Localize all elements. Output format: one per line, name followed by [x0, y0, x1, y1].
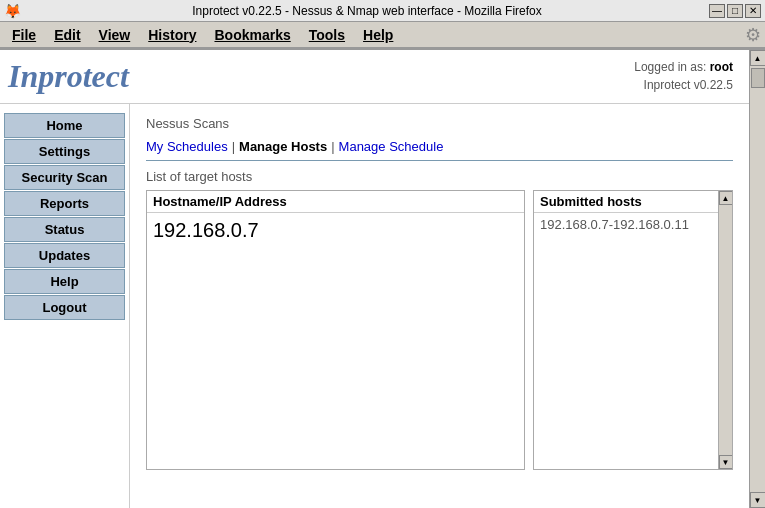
main-content: Nessus Scans My Schedules | Manage Hosts…: [130, 104, 749, 508]
submitted-inner: Submitted hosts 192.168.0.7-192.168.0.11…: [534, 191, 732, 469]
main-scrollbar: ▲ ▼: [749, 50, 765, 508]
hostname-header: Hostname/IP Address: [147, 191, 524, 213]
menu-edit[interactable]: Edit: [46, 25, 88, 45]
sidebar: Home Settings Security Scan Reports Stat…: [0, 104, 130, 508]
menu-file[interactable]: File: [4, 25, 44, 45]
page-right: Inprotect Logged in as: root Inprotect v…: [0, 50, 749, 508]
my-schedules-link[interactable]: My Schedules: [146, 139, 228, 154]
menu-view[interactable]: View: [91, 25, 139, 45]
scroll-track: [751, 66, 765, 492]
sidebar-item-help[interactable]: Help: [4, 269, 125, 294]
section-title: Nessus Scans: [146, 116, 733, 131]
gear-icon: ⚙: [745, 24, 761, 46]
submitted-panel: Submitted hosts 192.168.0.7-192.168.0.11…: [533, 190, 733, 470]
menu-bookmarks[interactable]: Bookmarks: [206, 25, 298, 45]
submitted-content: Submitted hosts 192.168.0.7-192.168.0.11: [534, 191, 718, 469]
sidebar-item-reports[interactable]: Reports: [4, 191, 125, 216]
maximize-button[interactable]: □: [727, 4, 743, 18]
manage-hosts-link[interactable]: Manage Hosts: [239, 139, 327, 154]
submitted-value: 192.168.0.7-192.168.0.11: [534, 213, 718, 469]
sidebar-item-logout[interactable]: Logout: [4, 295, 125, 320]
nav-links: My Schedules | Manage Hosts | Manage Sch…: [146, 139, 733, 161]
submitted-header: Submitted hosts: [534, 191, 718, 213]
scroll-thumb[interactable]: [751, 68, 765, 88]
app-version: Inprotect v0.22.5: [644, 78, 733, 92]
hostname-value: 192.168.0.7: [147, 213, 524, 248]
window-controls: — □ ✕: [709, 4, 761, 18]
window-title: Inprotect v0.22.5 - Nessus & Nmap web in…: [25, 4, 709, 18]
menu-history[interactable]: History: [140, 25, 204, 45]
sidebar-item-home[interactable]: Home: [4, 113, 125, 138]
app-header: Inprotect Logged in as: root Inprotect v…: [0, 50, 749, 104]
submitted-scroll-up[interactable]: ▲: [719, 191, 733, 205]
sidebar-item-status[interactable]: Status: [4, 217, 125, 242]
hostname-panel: Hostname/IP Address 192.168.0.7: [146, 190, 525, 470]
menu-tools[interactable]: Tools: [301, 25, 353, 45]
minimize-button[interactable]: —: [709, 4, 725, 18]
submitted-scroll-down[interactable]: ▼: [719, 455, 733, 469]
app-logo: Inprotect: [8, 58, 129, 95]
submitted-scrollbar: ▲ ▼: [718, 191, 732, 469]
sidebar-item-updates[interactable]: Updates: [4, 243, 125, 268]
hosts-area: Hostname/IP Address 192.168.0.7 Submitte…: [146, 190, 733, 470]
menubar: File Edit View History Bookmarks Tools H…: [0, 22, 765, 48]
browser-content: Inprotect Logged in as: root Inprotect v…: [0, 48, 765, 508]
login-user: root: [710, 60, 733, 74]
login-info: Logged in as: root Inprotect v0.22.5: [634, 58, 733, 94]
sidebar-item-security-scan[interactable]: Security Scan: [4, 165, 125, 190]
close-button[interactable]: ✕: [745, 4, 761, 18]
firefox-icon: 🦊: [4, 3, 21, 19]
list-title: List of target hosts: [146, 169, 733, 184]
login-label: Logged in as:: [634, 60, 706, 74]
submitted-scroll-track: [719, 205, 733, 455]
scroll-up-button[interactable]: ▲: [750, 50, 766, 66]
titlebar: 🦊 Inprotect v0.22.5 - Nessus & Nmap web …: [0, 0, 765, 22]
page-wrapper: Inprotect Logged in as: root Inprotect v…: [0, 50, 749, 508]
manage-schedule-link[interactable]: Manage Schedule: [339, 139, 444, 154]
nav-sep-1: |: [232, 139, 235, 154]
menu-help[interactable]: Help: [355, 25, 401, 45]
scroll-down-button[interactable]: ▼: [750, 492, 766, 508]
content-with-sidebar: Home Settings Security Scan Reports Stat…: [0, 104, 749, 508]
nav-sep-2: |: [331, 139, 334, 154]
sidebar-item-settings[interactable]: Settings: [4, 139, 125, 164]
submitted-header-label: Submitted hosts: [540, 194, 642, 209]
